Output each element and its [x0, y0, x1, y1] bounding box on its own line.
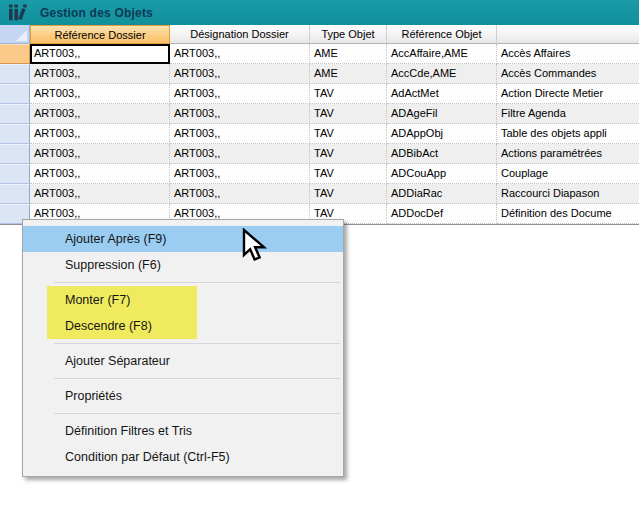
table-row: ART003,, ART003,, TAV ADAppObj Table des…	[0, 124, 639, 144]
grid-cell[interactable]: TAV	[310, 124, 387, 144]
menu-item-suppression[interactable]: Suppression (F6)	[23, 252, 343, 278]
grid-cell[interactable]: Table des objets appli	[497, 124, 639, 144]
menu-item-condition-defaut[interactable]: Condition par Défaut (Ctrl-F5)	[23, 444, 343, 470]
grid-cell[interactable]: ADBibAct	[387, 144, 497, 164]
grid-cell[interactable]: ADDocDef	[387, 204, 497, 224]
grid-cell[interactable]: TAV	[310, 184, 387, 204]
window-titlebar: Gestion des Objets	[0, 0, 639, 25]
row-selector[interactable]	[0, 124, 30, 144]
menu-item-proprietes[interactable]: Propriétés	[23, 383, 343, 409]
row-selector[interactable]	[0, 104, 30, 124]
grid-cell[interactable]: ART003,,	[30, 164, 170, 184]
grid-cell[interactable]: ART003,,	[170, 44, 310, 64]
table-row: ART003,, ART003,, TAV AdActMet Action Di…	[0, 84, 639, 104]
grid-cell[interactable]: ART003,,	[170, 84, 310, 104]
grid-cell[interactable]: Accès Commandes	[497, 64, 639, 84]
selected-cell[interactable]: ART003,,	[30, 44, 170, 64]
menu-item-definition-filtres[interactable]: Définition Filtres et Tris	[23, 418, 343, 444]
menu-separator	[54, 378, 340, 379]
arrow-cursor-icon	[242, 228, 268, 264]
column-header-type-objet[interactable]: Type Objet	[310, 25, 387, 44]
grid-cell[interactable]: ART003,,	[30, 144, 170, 164]
grid-cell[interactable]: ADCouApp	[387, 164, 497, 184]
menu-separator	[54, 343, 340, 344]
table-row: ART003,, ART003,, AME AccAffaire,AME Acc…	[0, 44, 639, 64]
grid-cell[interactable]: TAV	[310, 144, 387, 164]
column-header-reference-objet[interactable]: Référence Objet	[387, 25, 497, 44]
table-row: ART003,, ART003,, TAV ADBibAct Actions p…	[0, 144, 639, 164]
table-row: ART003,, ART003,, TAV ADDiaRac Raccourci…	[0, 184, 639, 204]
grid-cell[interactable]: ADDiaRac	[387, 184, 497, 204]
grid-cell[interactable]: Actions paramétrées	[497, 144, 639, 164]
column-header-designation-dossier[interactable]: Désignation Dossier	[170, 25, 310, 44]
grid-cell[interactable]: Définition des Docume	[497, 204, 639, 224]
grid-cell[interactable]: ART003,,	[170, 64, 310, 84]
grid-cell[interactable]: AccCde,AME	[387, 64, 497, 84]
grid-body: ART003,, ART003,, AME AccAffaire,AME Acc…	[0, 44, 639, 225]
grid-cell[interactable]: ADAgeFil	[387, 104, 497, 124]
grid-cell[interactable]: Action Directe Metier	[497, 84, 639, 104]
menu-separator	[54, 413, 340, 414]
column-header-empty[interactable]	[497, 25, 639, 44]
menu-item-ajouter-apres[interactable]: Ajouter Après (F9)	[23, 226, 343, 252]
menu-item-monter[interactable]: Monter (F7)	[23, 287, 343, 313]
grid-cell[interactable]: ART003,,	[170, 144, 310, 164]
menu-separator	[54, 282, 340, 283]
grid-cell[interactable]: AccAffaire,AME	[387, 44, 497, 64]
column-header-reference-dossier[interactable]: Référence Dossier	[30, 25, 170, 44]
grid-cell[interactable]: TAV	[310, 104, 387, 124]
grid-cell[interactable]: TAV	[310, 164, 387, 184]
table-row: ART003,, ART003,, AME AccCde,AME Accès C…	[0, 64, 639, 84]
page-title: Gestion des Objets	[40, 6, 153, 20]
grid-cell[interactable]: TAV	[310, 84, 387, 104]
menu-item-descendre[interactable]: Descendre (F8)	[23, 313, 343, 339]
grid-cell[interactable]: Accès Affaires	[497, 44, 639, 64]
library-icon	[8, 4, 28, 21]
row-selector[interactable]	[0, 144, 30, 164]
grid-cell[interactable]: Raccourci Diapason	[497, 184, 639, 204]
grid-cell[interactable]: ART003,,	[30, 104, 170, 124]
grid-cell[interactable]: ART003,,	[170, 104, 310, 124]
row-selector[interactable]	[0, 64, 30, 84]
grid-cell[interactable]: AdActMet	[387, 84, 497, 104]
grid-cell[interactable]: ART003,,	[170, 164, 310, 184]
grid-cell[interactable]: ART003,,	[30, 124, 170, 144]
row-selector[interactable]	[0, 84, 30, 104]
grid-cell[interactable]: AME	[310, 64, 387, 84]
grid-header-row: Référence Dossier Désignation Dossier Ty…	[0, 25, 639, 44]
select-all-corner[interactable]	[0, 25, 30, 44]
grid-cell[interactable]: ADAppObj	[387, 124, 497, 144]
row-selector[interactable]	[0, 184, 30, 204]
grid-cell[interactable]: Filtre Agenda	[497, 104, 639, 124]
grid-cell[interactable]: AME	[310, 44, 387, 64]
grid-cell[interactable]: ART003,,	[30, 84, 170, 104]
menu-item-ajouter-separateur[interactable]: Ajouter Séparateur	[23, 348, 343, 374]
grid-cell[interactable]: ART003,,	[30, 184, 170, 204]
row-selector[interactable]	[0, 164, 30, 184]
corner-triangle-icon	[16, 30, 27, 41]
row-selector[interactable]	[0, 44, 30, 64]
grid-cell[interactable]: Couplage	[497, 164, 639, 184]
grid-cell[interactable]: ART003,,	[170, 184, 310, 204]
table-row: ART003,, ART003,, TAV ADAgeFil Filtre Ag…	[0, 104, 639, 124]
grid-cell[interactable]: ART003,,	[170, 124, 310, 144]
context-menu: Ajouter Après (F9) Suppression (F6) Mont…	[22, 219, 344, 477]
table-row: ART003,, ART003,, TAV ADCouApp Couplage	[0, 164, 639, 184]
objects-grid: Référence Dossier Désignation Dossier Ty…	[0, 25, 639, 225]
grid-cell[interactable]: ART003,,	[30, 64, 170, 84]
